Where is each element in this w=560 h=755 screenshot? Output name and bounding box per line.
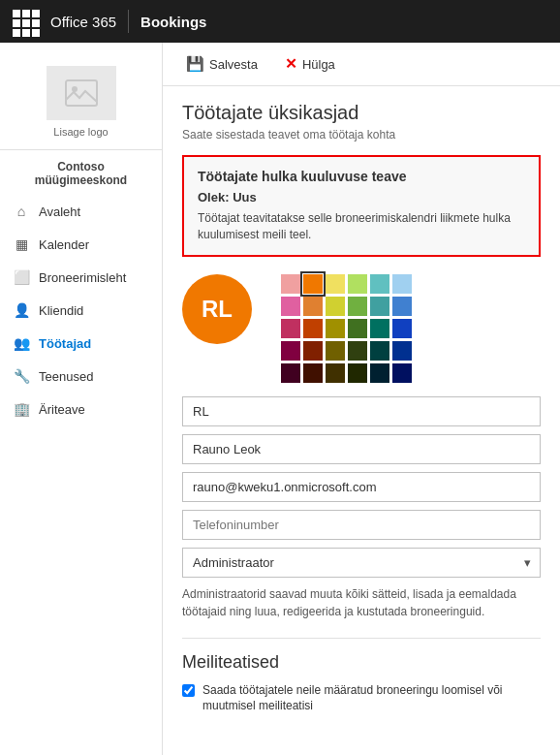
save-icon: 💾 (186, 55, 204, 73)
info-status: Olek: Uus (198, 190, 525, 204)
sidebar-item-ariteave[interactable]: 🏢 Äriteave (0, 393, 162, 425)
color-swatch[interactable] (326, 297, 345, 316)
logo-area: Lisage logo (0, 43, 162, 150)
cancel-label: Hülga (302, 57, 335, 72)
sidebar-item-avaleht[interactable]: ⌂ Avaleht (0, 195, 162, 228)
color-swatch[interactable] (281, 274, 300, 294)
page-title: Töötajate üksikasjad (182, 102, 541, 124)
people-icon: 👥 (14, 335, 29, 351)
admin-description: Administraatorid saavad muuta kõiki sätt… (182, 585, 541, 620)
color-swatch[interactable] (303, 319, 323, 338)
nav-label-ariteave: Äriteave (39, 402, 85, 417)
sidebar-item-teenused[interactable]: 🔧 Teenused (0, 360, 162, 393)
business-name: Contoso müügimeeskond (0, 150, 162, 191)
name-input[interactable] (182, 434, 541, 464)
color-swatch[interactable] (370, 319, 389, 338)
sidebar-item-kliendid[interactable]: 👤 Kliendid (0, 294, 162, 327)
color-swatch[interactable] (392, 363, 412, 383)
topbar: Office 365 Bookings (0, 0, 560, 43)
avatar-initials: RL (202, 296, 233, 323)
calendar-icon: ▦ (14, 236, 29, 252)
role-select-wrapper: Administraator Töötaja ▾ (182, 548, 541, 578)
nav-label-avaleht: Avaleht (39, 204, 80, 219)
status-value: Uus (233, 190, 257, 204)
color-swatch[interactable] (326, 341, 345, 361)
logo-placeholder[interactable] (47, 66, 116, 120)
color-swatch[interactable] (392, 274, 412, 294)
info-box-title: Töötajate hulka kuuluvuse teave (198, 169, 525, 184)
wrench-icon: 🔧 (14, 368, 29, 384)
nav-label-tootajad: Töötajad (39, 336, 91, 351)
color-swatch[interactable] (303, 341, 323, 361)
toolbar: 💾 Salvesta ✕ Hülga (163, 43, 560, 86)
sidebar: Lisage logo Contoso müügimeeskond ⌂ Aval… (0, 43, 163, 755)
color-swatch[interactable] (281, 363, 300, 383)
role-select[interactable]: Administraator Töötaja (182, 548, 541, 578)
color-swatch[interactable] (303, 363, 323, 383)
layout: Lisage logo Contoso müügimeeskond ⌂ Aval… (0, 43, 560, 755)
info-desc: Töötajat teavitatakse selle broneerimisk… (198, 210, 525, 243)
sidebar-item-broneerimisleht[interactable]: ⬜ Broneerimisleht (0, 261, 162, 294)
save-label: Salvesta (209, 57, 258, 72)
sidebar-item-tootajad[interactable]: 👥 Töötajad (0, 327, 162, 360)
color-swatch[interactable] (281, 319, 300, 338)
main-panel: 💾 Salvesta ✕ Hülga Töötajate üksikasjad … (163, 43, 560, 755)
waffle-icon[interactable] (10, 7, 39, 36)
browser-icon: ⬜ (14, 269, 29, 285)
initials-input[interactable] (182, 396, 541, 426)
content-area: Töötajate üksikasjad Saate sisestada tea… (163, 86, 560, 734)
color-swatch[interactable] (326, 274, 345, 294)
phone-input[interactable] (182, 510, 541, 540)
color-swatch[interactable] (348, 341, 367, 361)
info-box: Töötajate hulka kuuluvuse teave Olek: Uu… (182, 155, 541, 257)
nav-label-kliendid: Kliendid (39, 303, 83, 318)
app-name: Office 365 (50, 14, 116, 30)
color-swatch[interactable] (370, 341, 389, 361)
save-button[interactable]: 💾 Salvesta (182, 52, 262, 76)
nav-label-teenused: Teenused (39, 369, 93, 384)
color-swatch[interactable] (392, 297, 412, 316)
color-swatch[interactable] (326, 319, 345, 338)
color-swatch[interactable] (348, 319, 367, 338)
image-icon (64, 79, 99, 108)
avatar-circle: RL (182, 274, 252, 344)
avatar-row: RL (182, 274, 541, 383)
home-icon: ⌂ (14, 204, 29, 219)
topbar-divider (128, 10, 129, 33)
color-swatch[interactable] (392, 341, 412, 361)
color-swatch[interactable] (370, 363, 389, 383)
status-label: Olek: (198, 190, 230, 204)
nav-label-kalender: Kalender (39, 237, 89, 252)
building-icon: 🏢 (14, 401, 29, 417)
close-icon: ✕ (285, 55, 297, 73)
logo-label: Lisage logo (53, 126, 108, 138)
color-swatch[interactable] (348, 363, 367, 383)
page-subtitle: Saate sisestada teavet oma töötaja kohta (182, 128, 541, 142)
color-swatch[interactable] (370, 297, 389, 316)
sidebar-nav: ⌂ Avaleht ▦ Kalender ⬜ Broneerimisleht 👤… (0, 191, 162, 755)
email-input[interactable] (182, 472, 541, 502)
color-swatch[interactable] (348, 297, 367, 316)
sidebar-item-kalender[interactable]: ▦ Kalender (0, 228, 162, 261)
color-swatch[interactable] (281, 341, 300, 361)
color-grid (281, 274, 412, 383)
color-swatch[interactable] (281, 297, 300, 316)
color-swatch[interactable] (348, 274, 367, 294)
module-name: Bookings (140, 14, 206, 30)
svg-rect-0 (66, 80, 97, 106)
email-checkbox[interactable] (182, 684, 195, 697)
color-swatch[interactable] (370, 274, 389, 294)
color-swatch[interactable] (303, 274, 323, 294)
email-section-title: Meiliteatised (182, 638, 541, 673)
color-swatch[interactable] (326, 363, 345, 383)
cancel-button[interactable]: ✕ Hülga (281, 52, 339, 76)
email-checkbox-label: Saada töötajatele neile määratud broneer… (202, 682, 541, 715)
svg-point-1 (72, 86, 78, 92)
email-checkbox-row: Saada töötajatele neile määratud broneer… (182, 682, 541, 715)
color-swatch[interactable] (303, 297, 323, 316)
person-icon: 👤 (14, 302, 29, 318)
color-swatch[interactable] (392, 319, 412, 338)
nav-label-broneerimisleht: Broneerimisleht (39, 270, 126, 285)
